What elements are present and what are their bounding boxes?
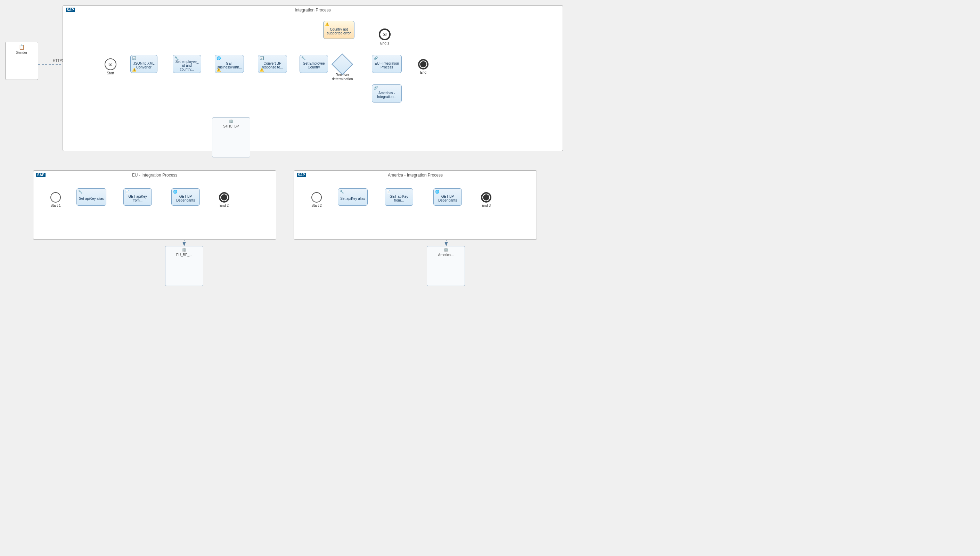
america-set-apikey-label: Set apiKey alias [340, 194, 365, 200]
america-bp-label: America... [438, 253, 454, 257]
eu-pool-title: EU - Integration Process [132, 173, 178, 178]
america-end3-circle [481, 192, 491, 203]
america-bp-box: 🏢 America... [427, 246, 465, 286]
america-get-apikey: 📄 GET apiKeyfrom... [385, 188, 413, 206]
sender-label: Sender [16, 51, 27, 55]
start-label: Start [107, 71, 114, 75]
main-end-inner [420, 61, 426, 68]
eu-process-label: EU - IntegrationProcess [375, 59, 399, 69]
eu-get-bp-dependants: 🌐 GET BPDependants [171, 188, 200, 206]
eu-end2-circle [219, 192, 229, 203]
america-start2: Start 2 [312, 192, 322, 208]
eu-set-apikey: 🔧 Set apiKey alias [76, 188, 107, 206]
country-error-box[interactable]: ⚠️ Country notsupported error [323, 21, 354, 39]
america-get-apikey-box[interactable]: 📄 GET apiKeyfrom... [385, 188, 413, 206]
eu-bp-icon: 🏢 [182, 248, 186, 252]
end1-circle: ✉ [379, 29, 391, 40]
eu-get-bp-dep-label: GET BPDependants [176, 192, 195, 202]
get-bp-warning: ⚠️ [216, 68, 221, 71]
eu-bp-box: 🏢 EU_BP_... [165, 246, 203, 286]
america-end3-label: End 3 [482, 204, 491, 208]
convert-bp-label: Convert BPresponse to... [262, 59, 283, 69]
convert-bp-icon: 🔄 [260, 56, 264, 60]
america-get-bp-dep-icon: 🌐 [435, 190, 439, 194]
eu-get-apikey-box[interactable]: 📄 GET apiKeyfrom... [123, 188, 152, 206]
get-businesspartner-node: 🌐 ⚠️ GETBusinessPartn... [215, 55, 244, 73]
eu-get-bp-dep-icon: 🌐 [173, 190, 177, 194]
main-end-label: End [420, 71, 426, 75]
start-message-icon: ✉ [108, 61, 113, 67]
eu-get-apikey-label: GET apiKeyfrom... [128, 192, 147, 202]
america-start2-label: Start 2 [312, 204, 321, 208]
json-converter-box[interactable]: 🔄 ⚠️ JSON to XMLConverter [130, 55, 157, 73]
eu-set-apikey-box[interactable]: 🔧 Set apiKey alias [76, 188, 107, 206]
sap-logo: SAP [66, 8, 75, 12]
america-get-bp-dep-box[interactable]: 🌐 GET BPDependants [433, 188, 462, 206]
get-employee-country-box[interactable]: 🔧 Get EmployeeCountry [300, 55, 328, 73]
get-bp-box[interactable]: 🌐 ⚠️ GETBusinessPartn... [215, 55, 244, 73]
america-bp-icon: 🏢 [444, 248, 448, 252]
americas-process-box[interactable]: 🔗 Americas -Integration... [372, 84, 402, 102]
set-employee-box[interactable]: 🔧 Set employee_id and country... [173, 55, 201, 73]
eu-set-apikey-icon: 🔧 [78, 190, 82, 194]
main-end-circle [418, 59, 428, 70]
converter-warning: ⚠️ [132, 68, 136, 71]
eu-sap-logo: SAP [36, 173, 45, 177]
receiver-gateway-node: Receiverdetermination [332, 57, 353, 81]
end1-message-icon: ✉ [383, 32, 387, 37]
americas-process-node: 🔗 Americas -Integration... [372, 84, 402, 102]
s4hc-bp-box: 🏢 S4HC_BP [212, 118, 250, 157]
get-country-icon: 🔧 [301, 56, 305, 60]
json-converter-node: 🔄 ⚠️ JSON to XMLConverter [130, 55, 157, 73]
set-employee-label: Set employee_id and country... [175, 57, 199, 71]
set-employee-node: 🔧 Set employee_id and country... [173, 55, 201, 73]
get-bp-icon: 🌐 [216, 56, 221, 60]
json-converter-label: JSON to XMLConverter [133, 59, 154, 69]
eu-end2: End 2 [219, 192, 229, 208]
eu-get-bp-dep-box[interactable]: 🌐 GET BPDependants [171, 188, 200, 206]
s4hc-label: S4HC_BP [223, 124, 239, 128]
america-start2-circle [312, 192, 322, 203]
set-employee-icon: 🔧 [174, 56, 179, 60]
eu-end2-label: End 2 [220, 204, 229, 208]
get-employee-country-label: Get EmployeeCountry [303, 59, 325, 69]
america-end3: End 3 [481, 192, 491, 208]
convert-bp-warning: ⚠️ [260, 68, 264, 71]
gateway-wrapper [335, 57, 350, 72]
eu-process-box[interactable]: 🔗 EU - IntegrationProcess [372, 55, 402, 73]
gateway-diamond [331, 53, 353, 75]
canvas: HTTPS Route to EU Receiver not found Rou… [0, 0, 980, 556]
eu-start1-label: Start 1 [50, 204, 60, 208]
eu-integration-pool: SAP EU - Integration Process [33, 170, 276, 240]
eu-start1-circle [50, 192, 61, 203]
country-error-label: Country notsupported error [327, 25, 350, 35]
sender-icon: 📋 [19, 44, 25, 50]
main-integration-pool: SAP Integration Process [63, 5, 563, 151]
america-set-apikey: 🔧 Set apiKey alias [338, 188, 368, 206]
start-event: ✉ Start [105, 58, 116, 75]
america-end3-inner [483, 194, 489, 200]
america-set-apikey-box[interactable]: 🔧 Set apiKey alias [338, 188, 368, 206]
america-get-bp-dep-label: GET BPDependants [438, 192, 457, 202]
americas-label: Americas -Integration... [377, 88, 397, 99]
end1-event: ✉ End 1 [379, 29, 391, 45]
america-sap-logo: SAP [297, 173, 306, 177]
main-pool-title: Integration Process [295, 8, 331, 13]
eu-get-apikey: 📄 GET apiKeyfrom... [123, 188, 152, 206]
eu-bp-label: EU_BP_... [176, 253, 192, 257]
eu-end2-inner [221, 194, 227, 200]
america-set-apikey-icon: 🔧 [339, 190, 344, 194]
america-integration-pool: SAP America - Integration Process [294, 170, 537, 240]
america-pool-title: America - Integration Process [388, 173, 443, 178]
america-get-apikey-label: GET apiKeyfrom... [389, 192, 408, 202]
sender-box: 📋 Sender [5, 42, 38, 80]
get-employee-country-node: 🔧 Get EmployeeCountry [300, 55, 328, 73]
eu-process-node: 🔗 EU - IntegrationProcess [372, 55, 402, 73]
americas-icon: 🔗 [374, 86, 378, 90]
s4hc-icon: 🏢 [229, 119, 233, 123]
america-get-apikey-icon: 📄 [386, 190, 391, 194]
convert-bp-node: 🔄 ⚠️ Convert BPresponse to... [258, 55, 287, 73]
convert-bp-box[interactable]: 🔄 ⚠️ Convert BPresponse to... [258, 55, 287, 73]
eu-process-icon: 🔗 [374, 56, 378, 60]
eu-get-apikey-icon: 📄 [125, 190, 129, 194]
